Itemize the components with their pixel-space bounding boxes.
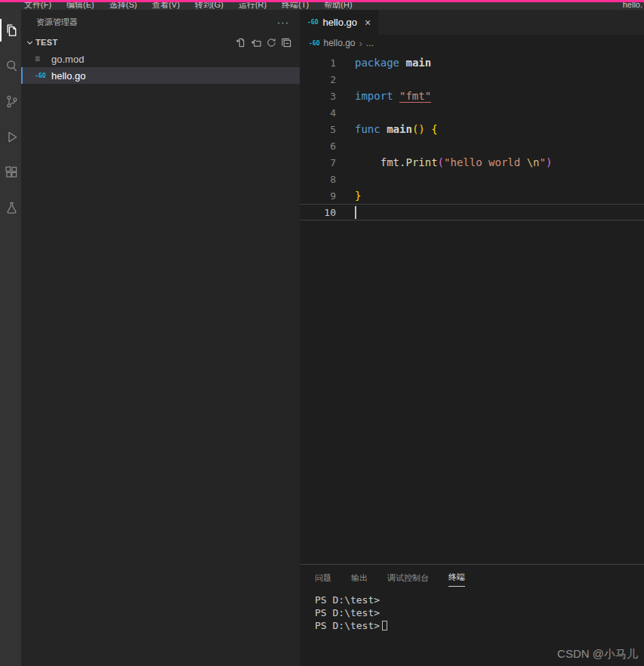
code-token: { [431,123,437,135]
code-token [355,156,381,168]
code-line[interactable]: 3import "fmt" [300,88,644,104]
window-accent-bar [0,0,644,2]
go-file-icon: -GO [307,19,318,26]
line-number: 2 [300,74,336,85]
refresh-icon[interactable] [263,35,279,50]
line-number: 6 [300,140,336,152]
code-token [425,123,431,135]
code-token: ( [438,156,444,168]
code-token: " [539,156,545,168]
code-line[interactable]: 8 [300,171,644,187]
tab-label: hello.go [322,17,357,28]
line-number: 1 [300,57,336,69]
code-line-text: } [355,190,361,202]
code-line-text: fmt.Print("hello world \n") [355,156,552,168]
editor-area: -GO hello.go × -GO hello.go › ... 1packa… [300,10,644,666]
code-token: Print [405,156,437,168]
panel-tab[interactable]: 问题 [315,572,331,587]
section-actions [233,35,294,50]
code-token: main [405,57,431,69]
breadcrumb: -GO hello.go › ... [300,35,644,51]
line-number: 10 [300,207,336,218]
more-actions-icon[interactable]: ··· [277,17,289,28]
tab-bar: -GO hello.go × [300,10,644,35]
panel-tab[interactable]: 终端 [448,572,465,587]
line-number: 7 [300,157,336,168]
code-token: fmt [381,156,399,168]
file-list: ≡go.mod-GOhello.go [21,51,300,84]
vscode-window: 文件(F)编辑(E)选择(S)查看(V)转到(G)运行(R)终端(T)帮助(H)… [0,0,644,666]
sidebar-header: 资源管理器 ··· [21,10,300,34]
code-line[interactable]: 1package main [300,54,644,71]
terminal-prompt: PS D:\test> [315,620,380,631]
panel-tab-bar: 问题输出调试控制台终端 [300,565,644,594]
terminal-line: PS D:\test> [315,619,644,632]
code-token: } [355,190,361,202]
code-token: ) [546,156,552,168]
go-file-icon: -GO [309,40,319,47]
code-token: main [387,123,412,135]
code-token: func [355,123,381,135]
file-item-go-mod[interactable]: ≡go.mod [21,51,300,67]
code-line[interactable]: 6 [300,137,644,154]
panel-tab[interactable]: 调试控制台 [387,572,429,587]
terminal-line: PS D:\test> [315,606,644,619]
line-number: 8 [300,174,336,185]
section-header-test[interactable]: TEST [21,34,300,51]
code-line[interactable]: 2 [300,71,644,88]
code-token [381,123,387,135]
terminal[interactable]: PS D:\test>PS D:\test>PS D:\test> [300,594,644,632]
line-number: 9 [300,190,336,202]
tab-hello-go[interactable]: -GO hello.go × [300,10,378,35]
close-icon[interactable]: × [365,17,371,29]
search-icon[interactable] [0,54,21,77]
run-debug-icon[interactable] [0,125,21,148]
code-line-text [355,205,356,219]
extensions-icon[interactable] [0,161,21,183]
file-item-hello-go[interactable]: -GOhello.go [21,67,300,84]
collapse-all-icon[interactable] [279,35,294,50]
terminal-cursor [382,621,387,631]
code-token [393,90,399,102]
breadcrumb-file[interactable]: hello.go [323,38,355,48]
activity-bar [0,10,21,666]
code-line-text: func main() { [355,123,438,135]
terminal-prompt: PS D:\test> [315,607,380,618]
code-line-text: package main [355,57,431,69]
code-token: "hello world [444,156,527,168]
main-area: 资源管理器 ··· TEST ≡go.mod-GOhello.go -GO he… [0,10,644,666]
code-token: \n [527,156,540,168]
file-label: go.mod [51,54,84,65]
new-file-icon[interactable] [233,35,248,50]
explorer-icon[interactable] [0,19,21,42]
section-label[interactable]: TEST [35,38,58,47]
panel-tab[interactable]: 输出 [351,572,368,587]
code-line[interactable]: 5func main() { [300,121,644,137]
code-line[interactable]: 7 fmt.Print("hello world \n") [300,154,644,171]
sidebar-title: 资源管理器 [36,17,277,28]
code-token: () [412,123,425,135]
explorer-sidebar: 资源管理器 ··· TEST ≡go.mod-GOhello.go [21,10,300,666]
line-number: 3 [300,91,336,102]
line-number: 5 [300,124,336,135]
terminal-line: PS D:\test> [315,594,644,606]
go-mod-file-icon: ≡ [35,54,51,63]
new-folder-icon[interactable] [248,35,263,50]
chevron-down-icon[interactable] [23,36,35,48]
file-label: hello.go [51,70,86,82]
code-line-text: import "fmt" [355,90,431,102]
breadcrumb-more[interactable]: ... [366,38,374,48]
code-editor[interactable]: 1package main23import "fmt"45func main()… [300,51,644,564]
text-cursor [355,206,356,219]
code-line[interactable]: 9} [300,187,644,204]
source-control-icon[interactable] [0,90,21,113]
test-icon[interactable] [0,196,21,219]
code-line[interactable]: 10 [300,204,644,220]
code-token: import [355,90,393,102]
code-token: package [355,57,399,69]
code-line[interactable]: 4 [300,104,644,121]
terminal-prompt: PS D:\test> [315,594,380,606]
code-token: "fmt" [399,90,431,103]
watermark: CSDN @小马儿 [557,647,638,661]
line-number: 4 [300,107,336,119]
